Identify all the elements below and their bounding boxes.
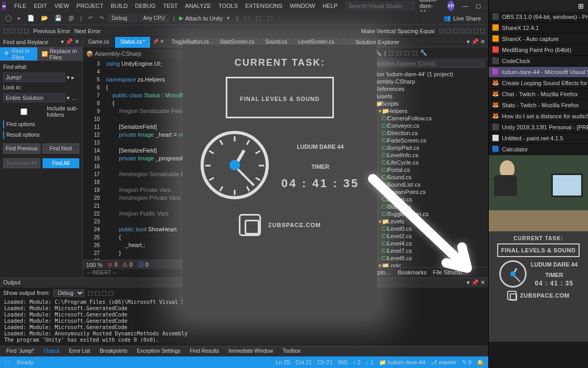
- undo-icon[interactable]: ↶: [86, 14, 95, 23]
- dropdown-icon[interactable]: ▾: [67, 95, 70, 101]
- asm-dropdown[interactable]: 📦 Assembly-CSharp: [86, 50, 141, 57]
- menubar: FILEEDITVIEWPROJECTBUILDDEBUGTESTANALYZE…: [11, 2, 341, 10]
- taskbar-item[interactable]: ⬜Untitled - paint.net 4.1.5: [489, 133, 588, 144]
- find-what-input[interactable]: [3, 73, 65, 82]
- tool-icon[interactable]: ⬚: [388, 49, 394, 56]
- toolbar-secondary: ⬚ ⬚ ⬚ ⬚ Previous Error Next Error Make V…: [0, 25, 488, 37]
- panel-tab[interactable]: Bookmarks: [394, 268, 429, 278]
- spacing-button[interactable]: Make Vertical Spacing Equal: [361, 28, 435, 34]
- notif-icon[interactable]: 🔔: [477, 359, 484, 366]
- taskbar-item[interactable]: 🟥MediBang Paint Pro (64bit): [489, 45, 588, 56]
- menu-file[interactable]: FILE: [11, 2, 29, 10]
- taskbar-item[interactable]: 🟧ShareX - Auto capture: [489, 34, 588, 45]
- menu-help[interactable]: HELP: [319, 2, 341, 10]
- toolbar-main: ◯ ▸ 📄 📂 💾 🗐 | ↶ ↷ Debug Any CPU | ▶ Atta…: [0, 12, 488, 25]
- overlay-widget: CURRENT TASK: FINAL LEVELS & SOUND LUDUM…: [183, 45, 377, 313]
- taskbar-item[interactable]: 🟦Calculator: [489, 144, 588, 155]
- tool-icon[interactable]: ⬚ ⬚ ⬚ ⬚: [88, 290, 113, 297]
- user-avatar[interactable]: KR: [448, 1, 455, 11]
- taskbar-item[interactable]: ⬛CodeClock: [489, 56, 588, 67]
- liveshare-button[interactable]: 👥Live Share: [439, 14, 485, 23]
- menu-project[interactable]: PROJECT: [74, 2, 107, 10]
- menu-view[interactable]: VIEW: [51, 2, 72, 10]
- panel-tab[interactable]: File Structu…: [430, 268, 471, 278]
- editor-tab[interactable]: Status.cs: [115, 37, 151, 48]
- result-options-expand[interactable]: Result options: [3, 131, 79, 139]
- bottom-tab[interactable]: Toolbox: [278, 346, 304, 356]
- find-all-button[interactable]: Find All: [43, 158, 80, 168]
- pin-icon[interactable]: ▾ 📌 ✕: [467, 38, 485, 45]
- taskbar-item[interactable]: 🦊How do I set a distance for audioSource…: [489, 111, 588, 122]
- taskbar-item[interactable]: 🟧ShareX 12.4.1: [489, 23, 588, 34]
- vs-logo-icon: ∞: [2, 2, 6, 10]
- output-from-select[interactable]: Debug: [53, 289, 85, 297]
- pin-icon[interactable]: ▾ 📌 ✕: [467, 279, 485, 287]
- tool-icon[interactable]: ⬚: [242, 14, 251, 23]
- bottom-tab[interactable]: Exception Settings: [133, 346, 185, 356]
- editor-tab[interactable]: Game.cs: [83, 37, 115, 48]
- clock-icon: [499, 260, 527, 288]
- bottom-tab[interactable]: Breakpoints: [96, 346, 132, 356]
- dropdown-icon[interactable]: ▾: [67, 74, 70, 81]
- bottom-tab[interactable]: Error List: [65, 346, 94, 356]
- panel-title: Find and Replace: [3, 39, 48, 45]
- prev-error-button[interactable]: Previous Error: [33, 28, 70, 34]
- zoom-level[interactable]: 100 %: [86, 262, 102, 268]
- platform-select[interactable]: Any CPU: [140, 14, 169, 22]
- find-what-label: Find what:: [3, 64, 79, 70]
- tool-icon[interactable]: ⬚: [396, 49, 402, 56]
- taskbar-item[interactable]: 🟪ludum-dare-44 - Microsoft Visual Studio: [489, 67, 588, 78]
- taskbar-item[interactable]: ⬛Unity 2018.3.13f1 Personal - [PREVIEW P…: [489, 122, 588, 133]
- menu-test[interactable]: TEST: [160, 2, 181, 10]
- play-icon[interactable]: ▶: [179, 15, 183, 22]
- browse-icon[interactable]: …: [71, 95, 77, 101]
- replace-in-files-tab[interactable]: 🔁 Replace in Files: [37, 47, 82, 60]
- subfolders-checkbox[interactable]: [3, 108, 45, 115]
- minimize-icon[interactable]: —: [463, 3, 468, 9]
- bottom-tab[interactable]: Find Results: [186, 346, 224, 356]
- menu-edit[interactable]: EDIT: [30, 2, 50, 10]
- bottom-tab[interactable]: Immediate Window: [224, 346, 277, 356]
- find-previous-button[interactable]: Find Previous: [3, 144, 40, 154]
- find-next-button[interactable]: Find Next: [43, 144, 80, 154]
- menu-debug[interactable]: DEBUG: [132, 2, 159, 10]
- find-options-expand[interactable]: Find options: [3, 120, 79, 128]
- bookmark-all-button: Bookmark All: [3, 158, 40, 168]
- tool-icon[interactable]: ⬚: [254, 14, 263, 23]
- attach-button[interactable]: Attach to Unity: [185, 15, 223, 22]
- tb2-icon[interactable]: ⬚ ⬚ ⬚ ⬚: [3, 27, 29, 34]
- clock-icon: [201, 131, 269, 199]
- maximize-icon[interactable]: ▢: [476, 3, 481, 9]
- menu-build[interactable]: BUILD: [108, 2, 131, 10]
- back-icon[interactable]: ◯: [3, 14, 14, 23]
- save-icon[interactable]: 💾: [52, 14, 64, 23]
- lookin-select[interactable]: [3, 93, 65, 103]
- tool-icon[interactable]: ⬚: [404, 49, 410, 56]
- menu-extensions[interactable]: EXTENSIONS: [242, 2, 286, 10]
- tool-icon[interactable]: 🔧: [420, 49, 427, 56]
- find-in-files-tab[interactable]: 🔍 Find in Files: [0, 47, 37, 60]
- menu-window[interactable]: WINDOW: [287, 2, 318, 10]
- bottom-tabs: Find 'Jump!'OutputError ListBreakpointsE…: [0, 346, 488, 356]
- forward-icon[interactable]: ▸: [16, 14, 23, 23]
- expand-icon[interactable]: ▸: [71, 74, 75, 81]
- taskbar-item[interactable]: 🦊Create Looping Sound Effects for Games …: [489, 78, 588, 89]
- taskbar-item[interactable]: 🦊Stats - Twitch - Mozilla Firefox: [489, 100, 588, 111]
- redo-icon[interactable]: ↷: [97, 14, 106, 23]
- config-select[interactable]: Debug: [108, 14, 138, 22]
- taskbar-item[interactable]: 🦊Chat - Twitch - Mozilla Firefox: [489, 89, 588, 100]
- menu-tools[interactable]: TOOLS: [215, 2, 241, 10]
- new-icon[interactable]: 📄: [25, 14, 37, 23]
- search-input[interactable]: [346, 2, 414, 10]
- taskbar-item[interactable]: ⬛OBS 23.1.0 (64-bit, windows) - Profile:…: [489, 12, 588, 23]
- open-icon[interactable]: 📂: [39, 14, 50, 23]
- windows-icon[interactable]: ⊞: [578, 2, 584, 10]
- bottom-tab[interactable]: Output: [39, 346, 64, 356]
- tool-icon[interactable]: ⬚: [412, 49, 417, 56]
- menu-analyze[interactable]: ANALYZE: [182, 2, 214, 10]
- saveall-icon[interactable]: 🗐: [66, 14, 76, 23]
- pin-icon[interactable]: ▾ 📌 ✕: [61, 38, 79, 45]
- tool-icon[interactable]: ⬚: [265, 14, 275, 23]
- bottom-tab[interactable]: Find 'Jump!': [2, 346, 38, 356]
- next-error-button[interactable]: Next Error: [74, 28, 100, 34]
